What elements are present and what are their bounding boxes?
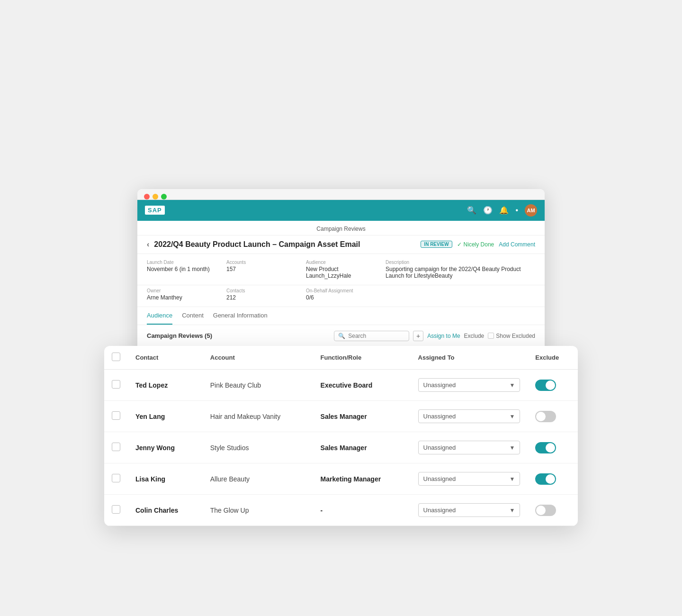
floating-header-checkbox[interactable] — [112, 353, 120, 361]
floating-row-checkbox[interactable] — [112, 411, 120, 420]
show-excluded-label: Show Excluded — [496, 333, 535, 339]
big-exclude-toggle[interactable] — [535, 442, 556, 453]
add-comment-button[interactable]: Add Comment — [499, 241, 535, 248]
sap-header: SAP 🔍 🕐 🔔 • AM — [137, 200, 545, 221]
floating-row-assigned-to[interactable]: Unassigned ▼ — [411, 463, 528, 495]
big-dropdown-arrow-icon: ▼ — [509, 444, 515, 451]
floating-table-row: Yen Lang Hair and Makeup Vanity Sales Ma… — [104, 401, 578, 432]
tab-general-information[interactable]: General Information — [213, 307, 268, 325]
search-box[interactable]: 🔍 — [334, 331, 409, 341]
floating-row-assigned-to[interactable]: Unassigned ▼ — [411, 370, 528, 401]
contacts-value: 212 — [226, 294, 301, 301]
show-excluded-checkbox[interactable] — [488, 333, 494, 339]
floating-table-row: Ted Lopez Pink Beauty Club Executive Boa… — [104, 370, 578, 401]
table-title: Campaign Reviews (5) — [147, 332, 212, 339]
floating-row-exclude — [528, 432, 578, 463]
audience-group: Audience New Product Launch_LzzyHale — [306, 260, 381, 279]
tabs: Audience Content General Information — [137, 307, 545, 325]
floating-col-account: Account — [203, 346, 313, 370]
floating-row-function-role: - — [313, 495, 411, 526]
big-exclude-toggle[interactable] — [535, 380, 556, 391]
campaign-title: 2022/Q4 Beauty Product Launch – Campaign… — [154, 240, 416, 249]
browser-dot-yellow — [153, 194, 158, 199]
sap-logo: SAP — [145, 206, 165, 215]
big-toggle-knob — [546, 380, 555, 390]
floating-col-exclude: Exclude — [528, 346, 578, 370]
floating-row-exclude — [528, 463, 578, 495]
floating-row-assigned-to[interactable]: Unassigned ▼ — [411, 495, 528, 526]
big-dropdown-arrow-icon: ▼ — [509, 413, 515, 420]
browser-dot-red — [144, 194, 150, 199]
floating-row-checkbox[interactable] — [112, 380, 120, 389]
floating-row-checkbox[interactable] — [112, 474, 120, 482]
floating-row-checkbox[interactable] — [112, 505, 120, 514]
search-icon[interactable]: 🔍 — [467, 206, 476, 215]
audience-value: New Product Launch_LzzyHale — [306, 266, 381, 279]
campaign-meta-row1: Launch Date November 6 (in 1 month) Acco… — [137, 254, 545, 285]
big-dropdown-arrow-icon: ▼ — [509, 382, 515, 389]
floating-table-row: Jenny Wong Style Studios Sales Manager U… — [104, 432, 578, 463]
big-exclude-toggle[interactable] — [535, 473, 556, 485]
floating-card: Contact Account Function/Role Assigned T… — [104, 346, 578, 526]
floating-row-exclude — [528, 370, 578, 401]
search-input[interactable] — [348, 333, 405, 339]
floating-row-checkbox[interactable] — [112, 443, 120, 451]
tab-content[interactable]: Content — [182, 307, 204, 325]
floating-row-assigned-to[interactable]: Unassigned ▼ — [411, 401, 528, 432]
accounts-label: Accounts — [226, 260, 301, 265]
exclude-button[interactable]: Exclude — [464, 333, 485, 339]
contacts-group: Contacts 212 — [226, 288, 301, 301]
add-button[interactable]: + — [413, 331, 423, 341]
page-wrapper: SAP 🔍 🕐 🔔 • AM Campaign Reviews ‹ 2022/Q… — [0, 0, 682, 616]
contacts-label: Contacts — [226, 288, 301, 293]
big-toggle-knob — [546, 443, 555, 453]
floating-row-function-role: Marketing Manager — [313, 463, 411, 495]
floating-col-assigned-to: Assigned To — [411, 346, 528, 370]
floating-row-contact: Colin Charles — [128, 495, 203, 526]
floating-col-function-role: Function/Role — [313, 346, 411, 370]
floating-col-contact: Contact — [128, 346, 203, 370]
status-badge: IN REVIEW — [421, 241, 452, 248]
floating-row-account: Allure Beauty — [203, 463, 313, 495]
table-toolbar: Campaign Reviews (5) 🔍 + Assign to Me Ex… — [147, 331, 535, 341]
big-toggle-knob — [536, 506, 546, 515]
floating-row-account: Hair and Makeup Vanity — [203, 401, 313, 432]
floating-row-account: The Glow Up — [203, 495, 313, 526]
launch-date-label: Launch Date — [147, 260, 222, 265]
avatar[interactable]: AM — [525, 204, 537, 217]
toolbar-right: 🔍 + Assign to Me Exclude Show Excluded — [334, 331, 535, 341]
notification-icon[interactable]: 🔔 — [499, 206, 509, 215]
browser-chrome — [137, 189, 545, 200]
floating-row-function-role: Sales Manager — [313, 432, 411, 463]
page-title: Campaign Reviews — [316, 226, 365, 232]
owner-value: Arne Manthey — [147, 294, 222, 301]
tab-audience[interactable]: Audience — [147, 307, 172, 325]
floating-row-contact: Jenny Wong — [128, 432, 203, 463]
nicely-done-label: Nicely Done — [464, 241, 494, 248]
owner-label: Owner — [147, 288, 222, 293]
big-dropdown-arrow-icon: ▼ — [509, 476, 515, 482]
floating-row-exclude — [528, 401, 578, 432]
big-exclude-toggle[interactable] — [535, 505, 556, 516]
audience-label: Audience — [306, 260, 381, 265]
owner-group: Owner Arne Manthey — [147, 288, 222, 301]
back-button[interactable]: ‹ — [147, 240, 149, 249]
page-header: Campaign Reviews — [137, 221, 545, 236]
floating-table-row: Colin Charles The Glow Up - Unassigned ▼ — [104, 495, 578, 526]
onbehalf-group: On-Behalf Assignment 0/6 — [306, 288, 381, 301]
assign-to-me-button[interactable]: Assign to Me — [427, 333, 460, 339]
floating-row-assigned-to[interactable]: Unassigned ▼ — [411, 432, 528, 463]
floating-row-contact: Ted Lopez — [128, 370, 203, 401]
onbehalf-label: On-Behalf Assignment — [306, 288, 381, 293]
more-icon[interactable]: • — [515, 206, 518, 215]
floating-row-contact: Lisa King — [128, 463, 203, 495]
description-value: Supporting campaign for the 2022/Q4 Beau… — [386, 266, 535, 279]
campaign-meta-row2: Owner Arne Manthey Contacts 212 On-Behal… — [137, 285, 545, 307]
floating-row-function-role: Sales Manager — [313, 401, 411, 432]
nicely-done[interactable]: ✓ Nicely Done — [457, 241, 494, 248]
big-exclude-toggle[interactable] — [535, 411, 556, 422]
history-icon[interactable]: 🕐 — [483, 206, 493, 215]
browser-dot-green — [161, 194, 167, 199]
search-icon-small: 🔍 — [338, 333, 345, 339]
launch-date-group: Launch Date November 6 (in 1 month) — [147, 260, 222, 279]
